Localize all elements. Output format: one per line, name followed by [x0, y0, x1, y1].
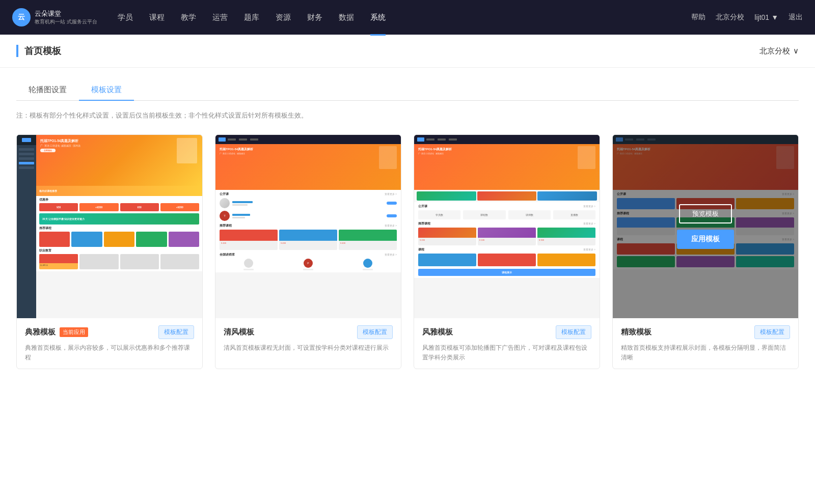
logo-text: 云朵课堂 教育机构一站 式服务云平台 [35, 10, 97, 25]
template-name-left-fengya: 风雅模板 [422, 327, 453, 337]
nav-questions[interactable]: 题库 [244, 11, 259, 24]
nav-operations[interactable]: 运营 [212, 11, 228, 24]
chevron-down-icon: ∨ [793, 46, 799, 55]
template-preview-jingzhi: 托福TPO1-54真题及解析 广· 英语 口语进化 ·减脂减压 公开课 查看更多… [613, 135, 798, 318]
template-desc-jingzhi: 精致首页模板支持课程展示封面，各模板分隔明显，界面简洁清晰 [621, 343, 790, 362]
nav-data[interactable]: 数据 [339, 11, 354, 24]
user-dropdown[interactable]: lijt01 ▼ [754, 13, 778, 21]
template-desc-qingfeng: 清风首页模板课程无封面，可设置按学科分类对课程进行展示 [224, 343, 393, 353]
template-card-fengya: 托福TPO1-54真题及解析 广· 英语 口语进化 ·减脂减压 公开课 [414, 134, 600, 369]
config-button-classic[interactable]: 模板配置 [158, 325, 194, 339]
template-name-label: 典雅模板 [25, 327, 56, 337]
template-preview-classic: 托福TPO1-54真题及解析 广· 英语 口语进化 ·减脂减压 ·流利说 立即报… [17, 135, 202, 318]
nav-students[interactable]: 学员 [118, 11, 133, 24]
navbar: 云 云朵课堂 教育机构一站 式服务云平台 学员 课程 教学 运营 题库 资源 财… [0, 0, 815, 35]
nav-courses[interactable]: 课程 [149, 11, 165, 24]
tabs: 轮播图设置 模板设置 [16, 80, 799, 101]
template-preview-qingfeng: 托福TPO1-54真题及解析 广· 英语 口语进化 ·减脂减压 公开课 查看更多… [215, 135, 401, 318]
template-footer-fengya: 风雅模板 模板配置 风雅首页模板可添加轮播图下广告图片，可对课程及课程包设置学科… [414, 318, 600, 369]
template-desc-fengya: 风雅首页模板可添加轮播图下广告图片，可对课程及课程包设置学科分类展示 [422, 343, 591, 362]
template-desc-classic: 典雅首页模板，展示内容较多，可以展示优惠券和多个推荐课程 [25, 343, 194, 362]
template-preview-fengya: 托福TPO1-54真题及解析 广· 英语 口语进化 ·减脂减压 公开课 [414, 135, 600, 318]
template-name-row-jingzhi: 精致模板 模板配置 [621, 325, 790, 339]
tab-template[interactable]: 模板设置 [79, 80, 134, 101]
page-header: 首页模板 北京分校 ∨ [0, 35, 815, 68]
branch-link[interactable]: 北京分校 [716, 13, 744, 22]
template-grid: 托福TPO1-54真题及解析 广· 英语 口语进化 ·减脂减压 ·流利说 立即报… [16, 134, 799, 369]
template-overlay-jingzhi: 预览模板 应用模板 [613, 135, 798, 318]
help-link[interactable]: 帮助 [691, 13, 705, 22]
config-button-qingfeng[interactable]: 模板配置 [357, 325, 393, 339]
navbar-right: 帮助 北京分校 lijt01 ▼ 退出 [691, 13, 803, 22]
logo[interactable]: 云 云朵课堂 教育机构一站 式服务云平台 [12, 8, 97, 26]
tab-carousel[interactable]: 轮播图设置 [16, 80, 79, 101]
template-name-row: 典雅模板 当前应用 模板配置 [25, 325, 194, 339]
main-nav: 学员 课程 教学 运营 题库 资源 财务 数据 系统 [118, 11, 692, 24]
logout-link[interactable]: 退出 [789, 13, 803, 22]
template-card-classic: 托福TPO1-54真题及解析 广· 英语 口语进化 ·减脂减压 ·流利说 立即报… [16, 134, 203, 369]
template-name-left-jingzhi: 精致模板 [621, 327, 651, 337]
logo-icon: 云 [12, 8, 31, 26]
template-name-row-fengya: 风雅模板 模板配置 [422, 325, 591, 339]
config-button-jingzhi[interactable]: 模板配置 [754, 325, 790, 339]
template-name-label-jingzhi: 精致模板 [621, 327, 651, 337]
config-button-fengya[interactable]: 模板配置 [556, 325, 591, 339]
nav-finance[interactable]: 财务 [307, 11, 322, 24]
template-name-row-qingfeng: 清风模板 模板配置 [224, 325, 393, 339]
note-text: 注：模板有部分个性化样式设置，设置后仅当前模板生效；非个性化样式设置后针对所有模… [16, 111, 799, 120]
branch-selector[interactable]: 北京分校 ∨ [759, 46, 799, 56]
nav-resources[interactable]: 资源 [276, 11, 291, 24]
template-name-left-qingfeng: 清风模板 [224, 327, 254, 337]
template-footer-classic: 典雅模板 当前应用 模板配置 典雅首页模板，展示内容较多，可以展示优惠券和多个推… [17, 318, 202, 369]
template-card-jingzhi: 托福TPO1-54真题及解析 广· 英语 口语进化 ·减脂减压 公开课 查看更多… [612, 134, 799, 369]
template-card-qingfeng: 托福TPO1-54真题及解析 广· 英语 口语进化 ·减脂减压 公开课 查看更多… [215, 134, 401, 369]
page-title: 首页模板 [16, 45, 61, 57]
template-footer-jingzhi: 精致模板 模板配置 精致首页模板支持课程展示封面，各模板分隔明显，界面简洁清晰 [613, 318, 798, 369]
preview-template-button[interactable]: 预览模板 [679, 204, 732, 223]
apply-template-button[interactable]: 应用模板 [677, 230, 734, 249]
current-badge: 当前应用 [60, 327, 88, 337]
template-name-label-fengya: 风雅模板 [422, 327, 453, 337]
template-name-left: 典雅模板 当前应用 [25, 327, 88, 337]
chevron-down-icon: ▼ [771, 13, 778, 21]
nav-teaching[interactable]: 教学 [181, 11, 196, 24]
template-name-label-qingfeng: 清风模板 [224, 327, 254, 337]
template-footer-qingfeng: 清风模板 模板配置 清风首页模板课程无封面，可设置按学科分类对课程进行展示 [215, 318, 401, 359]
nav-system[interactable]: 系统 [370, 11, 386, 24]
main-content: 轮播图设置 模板设置 注：模板有部分个性化样式设置，设置后仅当前模板生效；非个性… [0, 68, 815, 504]
